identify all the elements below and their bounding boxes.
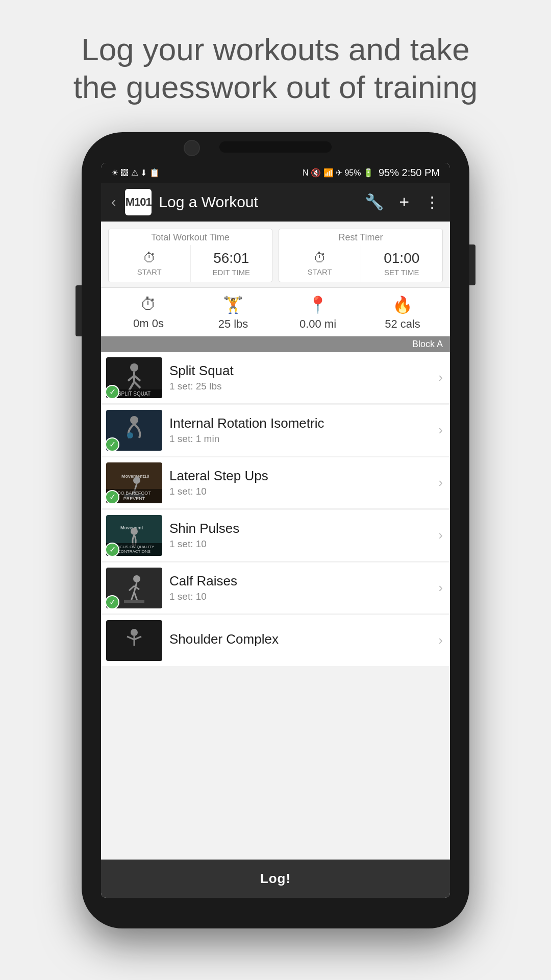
status-bar: ☀ 🖼 ⚠ ⬇ 📋 N 🔇 📶 ✈ 95% 🔋 95% 2:50 PM <box>101 163 450 183</box>
location-icon: 📍 <box>308 295 328 314</box>
stopwatch-icon: ⏱ <box>140 295 157 314</box>
block-label: Block A <box>101 336 450 352</box>
add-icon[interactable]: + <box>399 192 409 212</box>
status-icons: ☀ 🖼 ⚠ ⬇ 📋 <box>111 168 160 178</box>
rest-time-value: 01:00 <box>384 250 419 266</box>
rest-timer-label: Rest Timer <box>279 229 442 245</box>
exercise-info-split-squat: Split Squat 1 set: 25 lbs <box>162 363 438 392</box>
exercise-info-shoulder-complex: Shoulder Complex <box>162 631 438 649</box>
more-options-icon[interactable]: ⋮ <box>424 193 440 211</box>
exercise-info-internal-rotation: Internal Rotation Isometric 1 set: 1 min <box>162 415 438 445</box>
chevron-right-icon: › <box>438 580 443 596</box>
exercise-item-split-squat[interactable]: SPLIT SQUAT ✓ Split Squat 1 set: 25 lbs … <box>101 352 450 404</box>
chevron-right-icon: › <box>438 527 443 543</box>
workout-start-button[interactable]: ⏱ START <box>109 245 191 282</box>
workout-start-label: START <box>137 267 162 276</box>
completed-badge: ✓ <box>106 437 119 451</box>
exercise-meta: 1 set: 10 <box>169 538 431 550</box>
exercise-name: Shin Pulses <box>169 521 431 536</box>
chevron-right-icon: › <box>438 422 443 438</box>
exercise-thumb-lateral-step-ups: Movement101 DO BAREFOOTPREVENT ✓ <box>106 462 162 503</box>
app-logo[interactable]: M101 <box>125 189 152 215</box>
wrench-icon[interactable]: 🔧 <box>365 193 384 211</box>
exercise-thumb-split-squat: SPLIT SQUAT ✓ <box>106 357 162 398</box>
weight-icon: 🏋 <box>223 295 243 314</box>
stat-distance-value: 0.00 mi <box>299 317 336 331</box>
rest-clock-icon: ⏱ <box>313 250 327 266</box>
power-button <box>76 285 82 336</box>
exercise-name: Lateral Step Ups <box>169 468 431 484</box>
rest-set-label: SET TIME <box>384 268 419 277</box>
exercise-item-shin-pulses[interactable]: Movement FOCUS ON QUALITYCONTRACTIONS ✓ … <box>101 510 450 561</box>
thumb-person-icon <box>106 620 162 661</box>
svg-line-26 <box>134 636 141 640</box>
phone-screen: ☀ 🖼 ⚠ ⬇ 📋 N 🔇 📶 ✈ 95% 🔋 95% 2:50 PM ‹ M1… <box>101 163 450 898</box>
toolbar-title: Log a Workout <box>159 193 358 211</box>
svg-line-20 <box>129 586 134 591</box>
exercise-name: Calf Raises <box>169 573 431 589</box>
timer-section: Total Workout Time ⏱ START 56:01 EDIT TI… <box>101 222 450 288</box>
fire-icon: 🔥 <box>392 295 413 314</box>
exercise-item-shoulder-complex[interactable]: Shoulder Complex › <box>101 615 450 666</box>
svg-line-25 <box>127 636 134 640</box>
status-right-info: N 🔇 📶 ✈ 95% 🔋 95% 2:50 PM <box>303 167 440 179</box>
svg-point-23 <box>131 629 138 636</box>
svg-rect-22 <box>124 600 144 603</box>
workout-timer-controls: ⏱ START 56:01 EDIT TIME <box>109 245 272 282</box>
phone-device: ☀ 🖼 ⚠ ⬇ 📋 N 🔇 📶 ✈ 95% 🔋 95% 2:50 PM ‹ M1… <box>82 132 469 928</box>
toolbar-action-icons: 🔧 + ⋮ <box>365 192 440 212</box>
svg-point-9 <box>133 477 140 484</box>
exercise-item-calf-raises[interactable]: ✓ Calf Raises 1 set: 10 › <box>101 562 450 614</box>
chevron-right-icon: › <box>438 632 443 648</box>
completed-badge: ✓ <box>106 543 119 556</box>
stat-calories: 🔥 52 cals <box>360 295 445 331</box>
exercise-info-shin-pulses: Shin Pulses 1 set: 10 <box>162 521 438 550</box>
exercise-item-internal-rotation[interactable]: ✓ Internal Rotation Isometric 1 set: 1 m… <box>101 405 450 456</box>
rest-start-label: START <box>308 267 332 276</box>
log-button[interactable]: Log! <box>101 860 450 898</box>
app-toolbar: ‹ M101 Log a Workout 🔧 + ⋮ <box>101 183 450 222</box>
exercise-name: Shoulder Complex <box>169 631 431 647</box>
stat-distance: 📍 0.00 mi <box>276 295 360 331</box>
headline-line1: Log your workouts and take <box>81 32 470 67</box>
svg-line-19 <box>134 592 137 601</box>
timer-row: Total Workout Time ⏱ START 56:01 EDIT TI… <box>108 229 443 282</box>
rest-timer-block: Rest Timer ⏱ START 01:00 SET TIME <box>279 229 443 282</box>
exercise-thumb-shoulder-complex <box>106 620 162 661</box>
workout-time-value: 56:01 <box>213 250 249 266</box>
exercise-thumb-shin-pulses: Movement FOCUS ON QUALITYCONTRACTIONS ✓ <box>106 515 162 556</box>
exercise-item-lateral-step-ups[interactable]: Movement101 DO BAREFOOTPREVENT ✓ Lateral… <box>101 457 450 509</box>
completed-badge: ✓ <box>106 385 119 398</box>
exercise-list: Block A SPLIT SQUAT <box>101 336 450 860</box>
back-button[interactable]: ‹ <box>111 194 116 210</box>
chevron-right-icon: › <box>438 475 443 491</box>
workout-timer-label: Total Workout Time <box>109 229 272 245</box>
signal-icons: N 🔇 📶 ✈ 95% 🔋 <box>303 168 373 178</box>
chevron-right-icon: › <box>438 370 443 385</box>
headline: Log your workouts and take the guesswork… <box>33 0 519 127</box>
stats-row: ⏱ 0m 0s 🏋 25 lbs 📍 0.00 mi 🔥 52 cals <box>101 288 450 336</box>
svg-line-18 <box>131 592 134 601</box>
workout-edit-label: EDIT TIME <box>212 268 250 277</box>
stat-time: ⏱ 0m 0s <box>106 295 191 331</box>
exercise-name: Internal Rotation Isometric <box>169 415 431 431</box>
exercise-meta: 1 set: 10 <box>169 591 431 602</box>
headline-line2: the guesswork out of training <box>73 69 478 105</box>
workout-edit-time-button[interactable]: 56:01 EDIT TIME <box>191 245 272 282</box>
svg-point-0 <box>130 363 138 372</box>
exercise-thumb-calf-raises: ✓ <box>106 568 162 608</box>
stat-weight-value: 25 lbs <box>218 317 248 331</box>
exercise-info-calf-raises: Calf Raises 1 set: 10 <box>162 573 438 602</box>
exercise-thumb-internal-rotation: ✓ <box>106 410 162 451</box>
exercise-meta: 1 set: 10 <box>169 486 431 497</box>
exercise-meta: 1 set: 1 min <box>169 433 431 445</box>
exercise-name: Split Squat <box>169 363 431 379</box>
svg-line-3 <box>134 382 140 388</box>
stat-weight: 🏋 25 lbs <box>191 295 276 331</box>
rest-set-time-button[interactable]: 01:00 SET TIME <box>361 245 443 282</box>
status-left-icons: ☀ 🖼 ⚠ ⬇ 📋 <box>111 168 160 178</box>
rest-timer-controls: ⏱ START 01:00 SET TIME <box>279 245 442 282</box>
rest-start-button[interactable]: ⏱ START <box>279 245 361 282</box>
svg-point-15 <box>131 528 138 535</box>
workout-timer-block: Total Workout Time ⏱ START 56:01 EDIT TI… <box>108 229 272 282</box>
